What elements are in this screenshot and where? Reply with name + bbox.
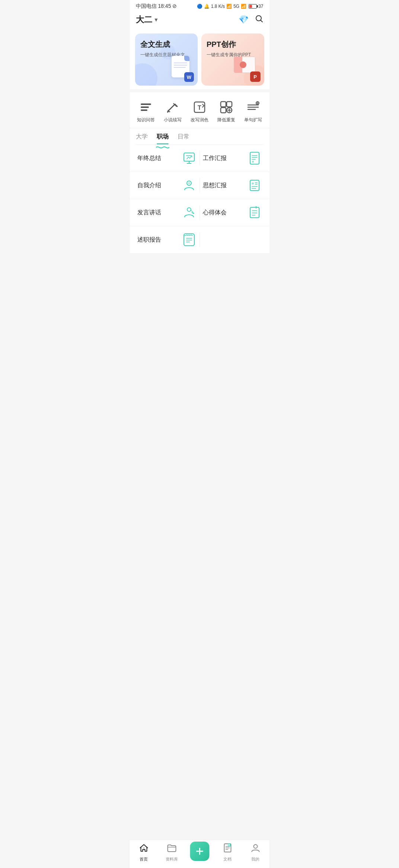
svg-rect-14 [221,108,226,113]
svg-point-45 [193,213,194,214]
expand-icon [246,100,261,115]
svg-rect-34 [252,161,254,163]
item-report[interactable]: 工作汇报 [203,145,262,172]
grade-label: 大二 [136,14,152,25]
svg-rect-30 [250,152,259,164]
rewrite-icon: T [192,100,207,115]
ppt-badge: P [250,71,261,82]
svg-marker-29 [191,156,192,157]
svg-text:T: T [198,105,201,111]
item-performance-icon [182,232,197,247]
item-speech[interactable]: 发言讲话 [137,199,197,226]
item-summary[interactable]: 年终总结 [137,145,197,172]
novel-icon [165,100,180,115]
item-summary-icon [182,151,197,166]
item-experience-icon [247,205,262,220]
svg-point-36 [188,182,190,184]
item-performance[interactable]: 述职报告 [137,226,197,253]
svg-rect-3 [141,106,149,108]
header-actions: 💎 [239,14,264,25]
wifi-icon: 📶 [226,4,232,9]
category-tabs: 大学 职场 日常 [130,128,269,145]
content-row-2: 发言讲话 心得体会 [130,199,269,226]
signal-icon: 📶 [241,4,246,9]
app-header: 大二 ▼ 💎 [130,11,269,30]
qa-label: 知识问答 [137,117,155,123]
expand-label: 单句扩写 [244,117,262,123]
divider-empty [200,232,200,247]
item-experience[interactable]: 心得体会 [203,199,262,226]
divider [200,205,200,220]
quick-tools-section: 知识问答 小说续写 T 改写润 [130,92,269,128]
search-button[interactable] [255,14,264,25]
quick-tools-grid: 知识问答 小说续写 T 改写润 [130,98,269,125]
item-summary-label: 年终总结 [137,154,161,162]
content-grid: 年终总结 工作汇报 [130,145,269,253]
item-performance-label: 述职报告 [137,236,161,244]
tabs-row: 大学 职场 日常 [136,128,264,145]
svg-rect-37 [250,180,259,191]
status-bar: 中国电信 18:45 ⊘ 🔵 🔔 1.8 K/s 📶 5G 📶 37 [130,0,269,11]
item-intro-label: 自我介绍 [137,182,161,189]
svg-rect-24 [184,153,194,161]
grade-dropdown-arrow: ▼ [154,17,159,23]
svg-point-43 [187,208,191,211]
ppt-card[interactable]: PPT创作 一键生成专属你的PPT P [201,33,264,86]
tool-qa[interactable]: 知识问答 [134,98,158,125]
network-icon: 5G [233,4,239,9]
content-row-0: 年终总结 工作汇报 [130,145,269,172]
tool-expand[interactable]: 单句扩写 [241,98,265,125]
svg-line-1 [261,20,262,22]
nfc-icon: 🔵 [197,4,202,9]
item-report-icon [247,151,262,166]
reduce-label: 降低重复 [217,117,235,123]
item-experience-label: 心得体会 [203,209,227,217]
status-icons: 🔵 🔔 1.8 K/s 📶 5G 📶 37 [197,4,264,9]
content-row-3: 述职报告 [130,226,269,253]
carrier-time: 中国电信 18:45 ⊘ [136,3,177,10]
item-speech-label: 发言讲话 [137,209,161,217]
ppt-title: PPT创作 [207,39,259,50]
tool-rewrite[interactable]: T 改写润色 [188,98,211,125]
word-badge: W [184,72,194,82]
tab-daily[interactable]: 日常 [178,133,189,144]
svg-rect-13 [227,102,232,107]
reduce-icon [219,100,234,115]
qa-icon [138,100,153,115]
mute-icon: 🔔 [204,4,210,9]
item-intro-icon [182,178,197,193]
empty-item [203,234,262,246]
grade-selector[interactable]: 大二 ▼ [136,14,159,25]
item-thought-label: 思想汇报 [203,182,227,189]
svg-rect-4 [141,109,147,111]
full-text-card[interactable]: 全文生成 一键生成任意题材全文 W [135,33,198,86]
svg-rect-12 [221,102,226,107]
tool-reduce[interactable]: 降低重复 [214,98,238,125]
item-thought-icon [247,178,262,193]
hero-section: 全文生成 一键生成任意题材全文 W PPT创作 一键生成专属你的PPT [130,30,269,89]
tab-university[interactable]: 大学 [136,133,148,144]
item-report-label: 工作汇报 [203,154,227,162]
item-speech-icon [182,205,197,220]
svg-point-38 [252,182,254,185]
svg-line-5 [168,104,175,111]
vip-diamond-icon[interactable]: 💎 [239,15,249,25]
novel-label: 小说续写 [164,117,182,123]
tool-novel[interactable]: 小说续写 [161,98,185,125]
battery-icon [249,4,257,9]
rewrite-label: 改写润色 [191,117,208,123]
speed-indicator: 1.8 K/s [211,4,225,9]
svg-rect-47 [250,207,259,218]
divider [200,178,200,193]
svg-line-46 [191,210,193,212]
item-thought[interactable]: 思想汇报 [203,172,262,199]
content-row-1: 自我介绍 思想汇报 [130,172,269,199]
svg-rect-2 [141,103,151,105]
divider [200,151,200,166]
item-intro[interactable]: 自我介绍 [137,172,197,199]
tab-workplace[interactable]: 职场 [157,133,169,144]
